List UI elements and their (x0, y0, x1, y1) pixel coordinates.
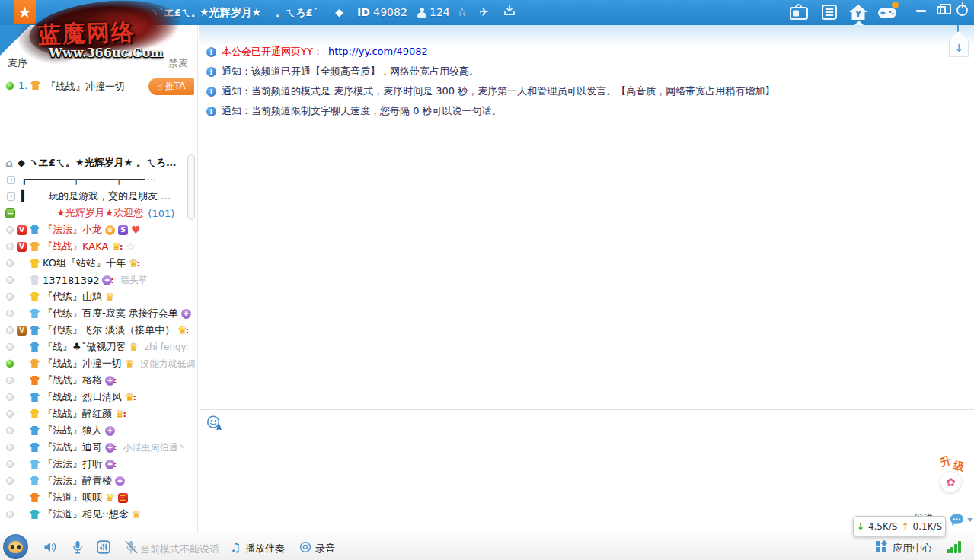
shirt-icon (30, 443, 40, 452)
user-row[interactable]: 『战』♣ˇ傲视刀客♛zhi fengy: (0, 339, 197, 355)
send-options-caret[interactable] (967, 518, 973, 522)
badge-slot: V (17, 225, 27, 235)
restore-button[interactable] (937, 6, 946, 14)
svg-text:A: A (216, 424, 222, 431)
badge-slot: V (17, 242, 27, 252)
info-icon: i (206, 47, 216, 57)
user-row[interactable]: 『战战』冲撞一切♛没能力就低调 (0, 355, 197, 372)
push-ta-button[interactable]: ☝ 推TA (148, 78, 194, 95)
user-row[interactable]: 『法道』相见::想念♛ (0, 506, 197, 523)
minimize-button[interactable] (916, 10, 926, 12)
user-row[interactable]: 『战战』烈日清风♛: (0, 389, 197, 406)
user-name: 『法道』相见::想念 (43, 508, 129, 521)
user-row[interactable]: 『战战』醉红颜♛: (0, 406, 197, 422)
push-ta-label: 推TA (165, 80, 186, 93)
user-row[interactable]: 『法战』狼人✚ (0, 422, 197, 439)
collapse-minus-icon[interactable]: − (5, 208, 15, 218)
idle-status-icon (6, 243, 14, 250)
muted-mic-icon[interactable] (123, 539, 139, 555)
idle-status-icon (6, 477, 14, 485)
user-note: 墙头草 (120, 274, 148, 287)
shield-medal-icon: ✚ (105, 426, 115, 436)
s-privilege-icon: S (118, 225, 128, 235)
app-center-icon[interactable] (876, 541, 887, 552)
colon-mark: : (123, 409, 126, 419)
download-icon[interactable] (503, 4, 516, 18)
user-row[interactable]: 『代练』百度-寂寞 承接行会单✚ (0, 305, 197, 322)
idle-status-icon (6, 444, 14, 451)
welcome-channel-name: ★光辉岁月★欢迎您 (56, 206, 143, 220)
record-button[interactable]: 录音 (315, 542, 335, 555)
upgrade-badge[interactable]: 升 级 ✿ (939, 455, 969, 498)
audio-mixer-icon[interactable] (96, 539, 111, 555)
tree-subchannel-slogan[interactable]: ▍ 玩的是游戏，交的是朋友 … (0, 188, 197, 205)
sidebar-scrollbar-thumb[interactable] (187, 154, 195, 220)
user-name: 『法法』醉青楼 (43, 474, 112, 488)
user-note: 小淫虫周伯通丶 (123, 441, 187, 454)
crown-icon: ♛ (105, 492, 115, 503)
tree-root-channel[interactable]: ⌂ ◆ ヽヱ£ㄟ。★光辉岁月★ 。ㄟろ… (0, 154, 197, 171)
user-row[interactable]: KO组『站站』千年♛: (0, 255, 197, 272)
shirt-icon (30, 292, 40, 301)
user-row[interactable]: V『代练』飞尔 淡淡（接单中）♛: (0, 322, 197, 339)
list-icon[interactable] (819, 4, 839, 21)
idle-status-icon (6, 393, 14, 401)
game-center-icon[interactable] (877, 4, 897, 21)
tv-icon[interactable] (789, 4, 809, 21)
subchannel-name: ┎──────────┬────────┬───── ⋯ (21, 174, 155, 185)
user-row[interactable]: 『法法』打听✚: (0, 456, 197, 473)
collapse-box-icon[interactable] (7, 192, 15, 201)
idle-status-icon (6, 259, 14, 267)
colon-mark: : (113, 443, 117, 453)
user-name: 『战』♣ˇ傲视刀客 (43, 340, 126, 354)
root-channel-name: ◆ ヽヱ£ㄟ。★光辉岁月★ 。ㄟろ… (18, 156, 176, 170)
emoticon-button[interactable]: A (206, 415, 222, 431)
shield-medal-icon: ✚ (115, 476, 125, 486)
microphone-icon[interactable] (70, 539, 85, 555)
shirt-icon (30, 309, 40, 318)
shirt-icon (30, 326, 40, 335)
avatar[interactable] (3, 534, 28, 559)
tree-subchannel-art[interactable]: ┎──────────┬────────┬───── ⋯ (0, 171, 197, 188)
user-row[interactable]: 『法道』呗呗♛三 (0, 489, 197, 506)
record-icon[interactable] (299, 540, 312, 554)
tree-welcome-channel[interactable]: − ★光辉岁月★欢迎您 (101) (0, 205, 197, 221)
shirt-icon (30, 259, 40, 268)
message-link[interactable]: http://yy.com/49082 (328, 45, 428, 59)
favorite-star-icon[interactable]: ☆ (457, 5, 467, 19)
app-center-button[interactable]: 应用中心 (893, 542, 932, 555)
user-row[interactable]: V『法法』小龙♛S♥ (0, 221, 197, 238)
user-row[interactable]: 137181392✚:墙头草 (0, 272, 197, 288)
yy-home-icon[interactable]: Y (848, 4, 868, 21)
flower-gift-icon[interactable]: ✿ (940, 472, 961, 492)
chat-message: i通知：当前频道的模式是 麦序模式，麦序时间是 300 秒，麦序第一人和管理员可… (206, 84, 940, 98)
star-logo-icon: ★ (18, 5, 32, 20)
mic-queue-row[interactable]: 1. 『战战』冲撞一切 ☝ 推TA (0, 77, 197, 97)
user-name: 『法法』打听 (43, 457, 102, 471)
play-accompaniment-button[interactable]: 播放伴奏 (245, 542, 285, 555)
user-row[interactable]: 『代练』山鸡♛ (0, 288, 197, 305)
panel-fold-decoration (0, 25, 30, 56)
yy-logo[interactable]: ★ (14, 0, 36, 24)
colon-mark: : (120, 242, 123, 252)
plane-icon[interactable]: ✈ (479, 5, 489, 19)
speaker-icon[interactable] (43, 539, 58, 555)
shirt-icon (30, 225, 40, 234)
crown-icon: ♛ (129, 342, 139, 352)
user-row[interactable]: 『战战』格格✚: (0, 372, 197, 389)
ban-mic-button[interactable]: 禁麦 (168, 56, 188, 70)
mute-notice-text: 当前模式不能说话 (140, 542, 219, 556)
notification-dot (892, 2, 899, 8)
shirt-icon (30, 409, 40, 418)
chat-bubble-icon[interactable] (948, 511, 966, 529)
collapse-box-icon[interactable] (7, 176, 15, 184)
user-row[interactable]: 『法战』迪哥✚:小淫虫周伯通丶 (0, 439, 197, 456)
idle-status-icon (6, 343, 14, 351)
crown-icon: ♛ (105, 291, 115, 302)
user-name: 『法法』小龙 (43, 223, 102, 237)
user-row[interactable]: V『战战』KAKA♛:☆ (0, 238, 197, 255)
shirt-icon (30, 242, 40, 251)
music-note-icon[interactable]: ♫ (230, 540, 241, 555)
user-row[interactable]: 『法法』醉青楼✚ (0, 473, 197, 489)
power-button[interactable] (956, 5, 968, 16)
